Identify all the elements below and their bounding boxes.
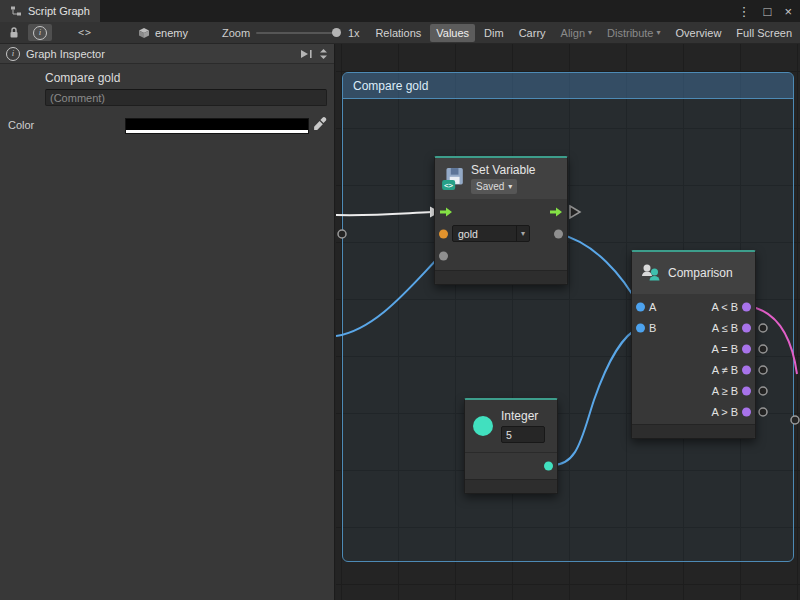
value-output-port[interactable] bbox=[554, 230, 563, 239]
output-label: A > B bbox=[711, 406, 738, 418]
window-menu-icon[interactable]: ⋮ bbox=[738, 4, 751, 19]
node-title: Comparison bbox=[668, 266, 733, 280]
align-dropdown[interactable]: Align ▾ bbox=[555, 24, 598, 42]
integer-icon bbox=[473, 416, 493, 436]
integer-ports bbox=[465, 452, 557, 479]
tab-title: Script Graph bbox=[28, 5, 90, 17]
comparison-icon bbox=[640, 262, 662, 284]
set-variable-ports: gold ▾ bbox=[435, 199, 567, 270]
group-title: Compare gold bbox=[353, 79, 428, 93]
output-label: A ≤ B bbox=[712, 322, 738, 334]
integer-value-field[interactable]: 5 bbox=[501, 426, 545, 443]
eyedropper-icon[interactable] bbox=[312, 117, 327, 132]
window-titlebar: Script Graph ⋮ □ × bbox=[0, 0, 800, 22]
comparison-node[interactable]: Comparison A A < B B A ≤ B A = B A ≠ B bbox=[631, 250, 756, 439]
full-screen-button[interactable]: Full Screen bbox=[730, 24, 798, 42]
variable-kind-dropdown[interactable]: Saved ▾ bbox=[471, 179, 517, 194]
set-variable-header[interactable]: <> Set Variable Saved ▾ bbox=[435, 158, 567, 199]
comment-input[interactable] bbox=[45, 89, 327, 106]
comparison-row: A ≠ B bbox=[632, 359, 755, 380]
svg-text:<>: <> bbox=[444, 180, 454, 189]
input-port-a[interactable] bbox=[636, 302, 645, 311]
comparison-header[interactable]: Comparison bbox=[632, 252, 755, 294]
output-port-a-gt-b[interactable] bbox=[742, 407, 751, 416]
graph-inspector-header: i Graph Inspector bbox=[0, 44, 334, 64]
node-footer bbox=[465, 479, 557, 493]
input-label-b: B bbox=[649, 322, 656, 334]
code-icon: <> bbox=[78, 27, 92, 38]
tab-script-graph[interactable]: Script Graph bbox=[0, 0, 100, 22]
game-object-icon bbox=[138, 27, 150, 39]
graph-toolbar: i <> enemy Zoom 1x Relations Values Dim … bbox=[0, 22, 800, 44]
scrub-arrows-icon[interactable] bbox=[319, 48, 328, 60]
dim-button[interactable]: Dim bbox=[478, 24, 510, 42]
distribute-dropdown[interactable]: Distribute ▾ bbox=[601, 24, 666, 42]
carry-button[interactable]: Carry bbox=[513, 24, 552, 42]
set-variable-node[interactable]: <> Set Variable Saved ▾ bbox=[434, 156, 568, 285]
output-port-a-lte-b[interactable] bbox=[742, 323, 751, 332]
relations-button[interactable]: Relations bbox=[369, 24, 427, 42]
node-footer bbox=[632, 424, 755, 438]
dock-panel-icon[interactable] bbox=[300, 49, 313, 59]
graph-inspector-panel: i Graph Inspector Compare gold Color bbox=[0, 44, 335, 600]
lock-icon bbox=[8, 26, 20, 39]
graph-target[interactable]: enemy bbox=[138, 22, 188, 43]
chevron-down-icon: ▾ bbox=[508, 183, 512, 191]
output-port-a-gte-b[interactable] bbox=[742, 386, 751, 395]
value-input-port[interactable] bbox=[439, 252, 448, 261]
zoom-slider-track[interactable] bbox=[256, 32, 340, 34]
flow-output-port[interactable] bbox=[549, 206, 563, 218]
integer-header[interactable]: Integer 5 bbox=[465, 400, 557, 452]
zoom-value: 1x bbox=[348, 22, 360, 43]
chevron-down-icon: ▾ bbox=[588, 29, 592, 37]
color-label: Color bbox=[8, 119, 34, 131]
output-label: A ≠ B bbox=[712, 364, 738, 376]
value-input-row bbox=[435, 245, 567, 267]
flow-port-row bbox=[435, 201, 567, 223]
comparison-row: A > B bbox=[632, 401, 755, 422]
comparison-ports: A A < B B A ≤ B A = B A ≠ B A ≥ B bbox=[632, 294, 755, 424]
zoom-label: Zoom bbox=[222, 22, 250, 43]
node-footer bbox=[435, 270, 567, 284]
toolbar-buttons: Relations Values Dim Carry Align ▾ Distr… bbox=[369, 22, 798, 43]
chevron-down-icon: ▾ bbox=[657, 29, 661, 37]
graph-title: Compare gold bbox=[45, 71, 120, 85]
inspector-toggle-button[interactable]: i bbox=[28, 24, 52, 41]
close-icon[interactable]: × bbox=[784, 4, 792, 19]
target-name: enemy bbox=[155, 27, 188, 39]
code-view-button[interactable]: <> bbox=[72, 24, 98, 41]
save-variable-icon: <> bbox=[441, 167, 465, 191]
name-input-port[interactable] bbox=[439, 230, 448, 239]
comparison-row: A ≥ B bbox=[632, 380, 755, 401]
group-header[interactable]: Compare gold bbox=[343, 73, 793, 99]
comparison-row: B A ≤ B bbox=[632, 317, 755, 338]
info-icon: i bbox=[33, 26, 47, 40]
comparison-row: A A < B bbox=[632, 296, 755, 317]
values-button[interactable]: Values bbox=[430, 24, 475, 42]
node-title: Integer bbox=[501, 409, 545, 423]
graph-canvas[interactable]: Compare gold <> Set Variable bbox=[336, 44, 800, 600]
integer-output-port[interactable] bbox=[544, 462, 553, 471]
node-title: Set Variable bbox=[471, 163, 535, 177]
maximize-icon[interactable]: □ bbox=[764, 4, 772, 19]
output-label: A < B bbox=[711, 301, 738, 313]
output-port-a-less-b[interactable] bbox=[742, 302, 751, 311]
output-label: A = B bbox=[711, 343, 738, 355]
script-graph-icon bbox=[10, 5, 22, 17]
chevron-down-icon: ▾ bbox=[516, 226, 529, 241]
window-controls: ⋮ □ × bbox=[738, 0, 792, 22]
output-label: A ≥ B bbox=[712, 385, 738, 397]
zoom-slider[interactable] bbox=[256, 22, 340, 43]
zoom-slider-handle[interactable] bbox=[332, 28, 341, 37]
input-label-a: A bbox=[649, 301, 656, 313]
output-port-a-neq-b[interactable] bbox=[742, 365, 751, 374]
integer-node[interactable]: Integer 5 bbox=[464, 398, 558, 494]
flow-input-port[interactable] bbox=[439, 206, 453, 218]
output-port-a-eq-b[interactable] bbox=[742, 344, 751, 353]
variable-name-dropdown[interactable]: gold ▾ bbox=[452, 225, 530, 242]
color-swatch[interactable] bbox=[125, 118, 309, 134]
info-icon: i bbox=[6, 47, 20, 61]
overview-button[interactable]: Overview bbox=[670, 24, 728, 42]
input-port-b[interactable] bbox=[636, 323, 645, 332]
lock-button[interactable] bbox=[4, 24, 24, 41]
